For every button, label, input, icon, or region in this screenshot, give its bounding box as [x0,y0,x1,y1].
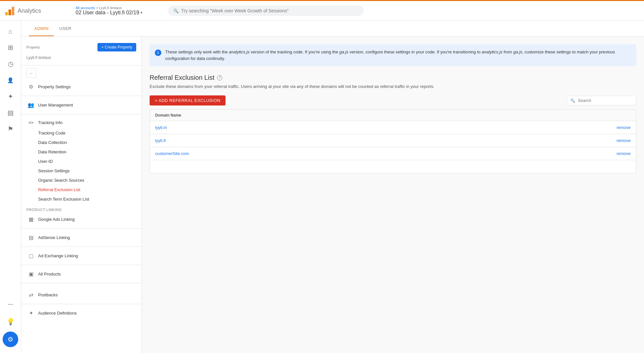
search-bar: 🔍 [168,6,364,16]
nav-label-audience-definitions: Audience Definitions [38,311,77,316]
domain-link-lyyti-in[interactable]: lyyti.in [155,125,167,130]
sidebar-item-lightbulb[interactable]: 💡 [3,314,18,330]
info-banner: i These settings only work with the anal… [150,44,636,66]
table-row-empty [150,160,636,173]
sidebar-item-collapse[interactable]: — [3,296,18,312]
search-wrapper: 🔍 [168,6,364,16]
breadcrumb-separator: > [96,6,99,10]
column-domain-name: Domain Name [150,110,604,121]
nav-divider-7 [21,283,141,283]
adsense-icon: ▤ [28,234,34,241]
nav-label-google-ads: Google Ads Linking [38,217,75,222]
top-bar: Analytics All accounts > Lyyti.fi testau… [0,0,644,21]
table-search-wrapper: 🔍 [567,96,636,105]
nav-sub-search-term[interactable]: Search Term Exclusion List [21,194,141,204]
nav-label-property-settings: Property Settings [38,84,71,89]
sidebar-item-behavior[interactable]: ▤ [3,105,18,120]
breadcrumb: All accounts > Lyyti.fi testaus 02 User … [76,6,160,16]
domain-link-lyyti-fi[interactable]: lyyti.fi [155,138,166,143]
search-icon: 🔍 [173,8,179,13]
left-nav: Property + Create Property Lyyti.fi test… [21,36,142,353]
table-search-icon: 🔍 [570,98,575,103]
nav-sub-data-retention[interactable]: Data Retention [21,147,141,157]
right-pane: i These settings only work with the anal… [142,36,644,353]
nav-sub-referral-exclusion[interactable]: Referral Exclusion List [21,185,141,194]
nav-item-tracking-info[interactable]: <> Tracking Info [21,117,141,128]
nav-item-ad-exchange[interactable]: ▢ Ad Exchange Linking [21,249,141,262]
remove-lyyti-in-button[interactable]: remove [617,125,631,130]
google-ads-icon: ▦ [28,216,34,222]
tab-user[interactable]: USER [54,21,77,36]
nav-divider-1 [21,65,141,65]
nav-sub-user-id[interactable]: User-ID [21,157,141,166]
all-products-icon: ▣ [28,271,34,277]
table-row: lyyti.fi remove [150,134,636,147]
remove-lyyti-fi-button[interactable]: remove [617,138,631,143]
section-title-text: Referral Exclusion List [150,74,214,81]
account-label: Lyyti.fi testaus [21,54,141,63]
nav-label-user-management: User Management [38,103,73,107]
nav-item-google-ads[interactable]: ▦ Google Ads Linking [21,213,141,226]
nav-header: Property + Create Property [21,40,141,54]
tab-admin[interactable]: ADMIN [29,21,54,36]
info-text: These settings only work with the analyt… [165,49,631,62]
action-bar: + ADD REFERRAL EXCLUSION 🔍 [150,95,636,106]
property-selector[interactable]: 02 User data - Lyyti.fi 02/19 ▾ [76,10,160,16]
nav-item-user-management[interactable]: 👥 User Management [21,99,141,111]
code-icon: <> [28,120,34,125]
nav-item-property-settings[interactable]: ⚙ Property Settings [21,80,141,93]
table-row: lyyti.in remove [150,121,636,134]
sidebar-item-conversions[interactable]: ⚑ [3,121,18,137]
nav-label-tracking-info: Tracking Info [38,120,63,125]
table-row: customerSite.com remove [150,147,636,160]
main-wrapper: ADMIN USER Property + Create Property Ly… [21,21,644,353]
sidebar-item-acquisition[interactable]: ✦ [3,89,18,104]
pane-layout: Property + Create Property Lyyti.fi test… [21,36,644,353]
help-icon[interactable]: ? [217,75,222,80]
property-name: 02 User data - Lyyti.fi 02/19 [76,10,139,16]
search-input[interactable] [181,8,359,13]
postbacks-icon: ⇄ [28,292,34,298]
sidebar-item-audience[interactable]: 👤 [3,72,18,88]
nav-item-postbacks[interactable]: ⇄ Postbacks [21,289,141,301]
info-icon: i [155,49,161,56]
nav-sub-data-collection[interactable]: Data Collection [21,138,141,147]
referral-table: Domain Name lyyti.in remove lyyti.fi rem… [150,109,636,173]
table-search-input[interactable] [578,98,633,103]
add-referral-exclusion-button[interactable]: + ADD REFERRAL EXCLUSION [150,95,226,106]
remove-customer-site-button[interactable]: remove [617,151,631,156]
nav-label-adsense: AdSense Linking [38,235,70,240]
nav-divider-8 [21,304,141,304]
nav-divider-2 [21,96,141,96]
left-sidebar: ⌂ ⊞ ◷ 👤 ✦ ▤ ⚑ — 💡 ⚙ [0,21,21,353]
product-linking-section-label: PRODUCT LINKING [21,204,141,213]
section-desc: Exclude these domains from your referral… [150,84,636,89]
nav-item-adsense[interactable]: ▤ AdSense Linking [21,231,141,244]
breadcrumb-top: All accounts > Lyyti.fi testaus [76,6,160,10]
nav-sub-tracking-code[interactable]: Tracking Code [21,128,141,138]
app-title: Analytics [18,7,41,14]
sidebar-bottom: — 💡 ⚙ [3,296,18,353]
nav-item-audience-definitions[interactable]: ✦ Audience Definitions [21,307,141,319]
logo-icon [5,6,14,15]
all-accounts-link[interactable]: All accounts [76,6,95,10]
nav-sub-organic-search[interactable]: Organic Search Sources [21,176,141,185]
audience-def-icon: ✦ [28,310,34,316]
domain-link-customer-site[interactable]: customerSite.com [155,151,189,156]
sidebar-item-home[interactable]: ⌂ [3,23,18,39]
back-button[interactable]: ← [26,68,36,78]
sidebar-item-realtime[interactable]: ◷ [3,56,18,72]
chevron-down-icon: ▾ [140,10,142,15]
nav-divider-5 [21,247,141,247]
sidebar-item-dashboard[interactable]: ⊞ [3,40,18,55]
breadcrumb-account: Lyyti.fi testaus [99,6,122,10]
users-icon: 👥 [28,102,34,108]
nav-label-postbacks: Postbacks [38,292,58,297]
nav-label-all-products: All Products [38,272,61,276]
nav-sub-session-settings[interactable]: Session Settings [21,166,141,176]
create-property-button[interactable]: + Create Property [97,43,136,51]
column-actions [604,110,636,121]
nav-item-all-products[interactable]: ▣ All Products [21,268,141,280]
settings-icon: ⚙ [28,84,34,90]
sidebar-item-settings[interactable]: ⚙ [3,332,18,347]
